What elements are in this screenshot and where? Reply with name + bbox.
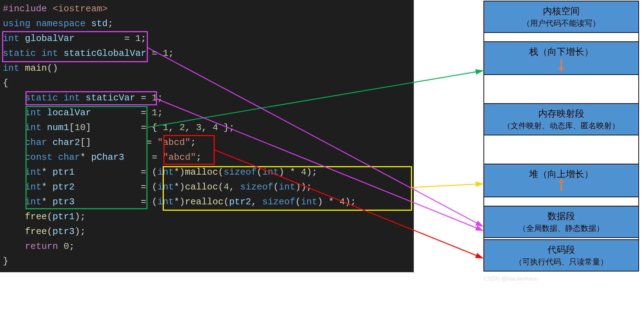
mem-gap	[483, 197, 639, 206]
mem-gap	[483, 75, 639, 103]
code-line: int* ptr3 = (int*)realloc(ptr2, sizeof(i…	[3, 194, 411, 209]
mem-code: 代码段 （可执行代码、只读常量）	[483, 239, 639, 272]
code-line: free(ptr1);	[3, 209, 411, 224]
code-line: int* ptr1 = (int*)malloc(sizeof(int) * 4…	[3, 165, 411, 180]
code-editor: #include <iostream> using namespace std;…	[0, 0, 414, 272]
arrow-up-icon	[561, 182, 562, 191]
code-line: #include <iostream>	[3, 1, 411, 16]
code-line: const char* pChar3 = "abcd";	[3, 150, 411, 165]
code-line: }	[3, 254, 411, 269]
memory-layout-column: 内核空间 （用户代码不能读写） 栈（向下增长） 内存映射段 （文件映射、动态库、…	[483, 1, 639, 272]
code-line: char char2[] = "abcd";	[3, 135, 411, 150]
code-line: return 0;	[3, 239, 411, 254]
watermark: CSDN @HackerKevn	[484, 276, 538, 282]
code-line: using namespace std;	[3, 16, 411, 31]
code-line: int localVar = 1;	[3, 105, 411, 120]
mem-stack: 栈（向下增长）	[483, 41, 639, 75]
code-line: int main()	[3, 61, 411, 76]
mem-heap: 堆（向上增长）	[483, 164, 639, 197]
code-line: int globalVar = 1;	[3, 31, 411, 46]
mem-mmap: 内存映射段 （文件映射、动态库、匿名映射）	[483, 103, 639, 135]
code-line: int* ptr2 = (int*)calloc(4, sizeof(int))…	[3, 180, 411, 194]
arrow-down-icon	[561, 59, 562, 69]
svg-line-3	[412, 184, 483, 187]
mem-data: 数据段 （全局数据、静态数据）	[483, 206, 639, 238]
code-line: static int staticGlobalVar = 1;	[3, 46, 411, 61]
code-line: int num1[10] = { 1, 2, 3, 4 };	[3, 120, 411, 135]
mem-gap	[483, 135, 639, 164]
code-line: {	[3, 76, 411, 91]
code-line: static int staticVar = 1;	[3, 91, 411, 105]
code-line: free(ptr3);	[3, 224, 411, 239]
mem-kernel: 内核空间 （用户代码不能读写）	[483, 1, 639, 33]
mem-gap	[483, 33, 639, 41]
